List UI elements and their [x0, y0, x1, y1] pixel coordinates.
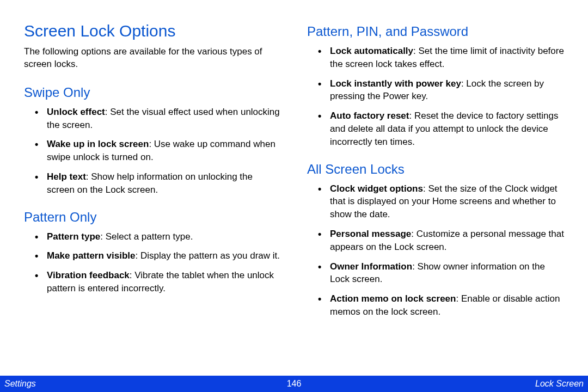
item-term: Personal message — [330, 229, 411, 239]
list-item: Unlock effect: Set the visual effect use… — [35, 106, 281, 132]
item-term: Clock widget options — [330, 183, 423, 194]
list-item: Owner Information: Show owner informatio… — [318, 260, 564, 286]
item-term: Unlock effect — [47, 107, 105, 117]
section-heading: Swipe Only — [24, 85, 281, 100]
item-term: Make pattern visible — [47, 250, 136, 261]
item-term: Lock instantly with power key — [330, 78, 461, 89]
page-content: Screen Lock Options The following option… — [0, 0, 588, 376]
list-item: Vibration feedback: Vibrate the tablet w… — [35, 269, 281, 295]
list-item: Make pattern visible: Display the patter… — [35, 249, 281, 262]
footer-right: Lock Screen — [535, 379, 584, 389]
page-title: Screen Lock Options — [24, 22, 281, 40]
item-term: Wake up in lock screen — [47, 139, 149, 149]
bullet-list: Clock widget options: Set the size of th… — [307, 182, 564, 318]
item-desc: : Display the pattern as you draw it. — [136, 250, 280, 261]
list-item: Auto factory reset: Reset the device to … — [318, 109, 564, 148]
section-heading: Pattern Only — [24, 210, 281, 225]
list-item: Pattern type: Select a pattern type. — [35, 230, 281, 243]
item-term: Owner Information — [330, 261, 412, 272]
list-item: Action memo on lock screen: Enable or di… — [318, 292, 564, 318]
list-item: Help text: Show help information on unlo… — [35, 170, 281, 197]
item-term: Pattern type — [47, 231, 100, 242]
item-term: Vibration feedback — [47, 270, 130, 280]
item-term: Auto factory reset — [330, 111, 409, 121]
item-term: Lock automatically — [330, 46, 413, 56]
section-swipe-only: Swipe Only Unlock effect: Set the visual… — [24, 85, 281, 197]
item-desc: : Select a pattern type. — [100, 231, 193, 242]
list-item: Lock automatically: Set the time limit o… — [318, 45, 564, 71]
bullet-list: Lock automatically: Set the time limit o… — [307, 45, 564, 149]
list-item: Clock widget options: Set the size of th… — [318, 182, 564, 221]
section-pattern-only: Pattern Only Pattern type: Select a patt… — [24, 210, 281, 295]
intro-text: The following options are available for … — [24, 46, 281, 71]
item-term: Help text — [47, 171, 86, 182]
list-item: Personal message: Customize a personal m… — [318, 228, 564, 254]
list-item: Lock instantly with power key: Lock the … — [318, 77, 564, 103]
left-column: Screen Lock Options The following option… — [24, 22, 281, 370]
manual-page: Screen Lock Options The following option… — [0, 0, 588, 392]
section-heading: Pattern, PIN, and Password — [307, 24, 564, 39]
page-footer: Settings 146 Lock Screen — [0, 376, 588, 392]
footer-left: Settings — [4, 379, 36, 389]
bullet-list: Pattern type: Select a pattern type. Mak… — [24, 230, 281, 295]
bullet-list: Unlock effect: Set the visual effect use… — [24, 106, 281, 197]
right-column: Pattern, PIN, and Password Lock automati… — [307, 22, 564, 370]
section-pattern-pin-password: Pattern, PIN, and Password Lock automati… — [307, 24, 564, 149]
section-all-screen-locks: All Screen Locks Clock widget options: S… — [307, 162, 564, 318]
section-heading: All Screen Locks — [307, 162, 564, 177]
item-term: Action memo on lock screen — [330, 293, 456, 304]
footer-page-number: 146 — [287, 379, 302, 389]
list-item: Wake up in lock screen: Use wake up comm… — [35, 138, 281, 164]
